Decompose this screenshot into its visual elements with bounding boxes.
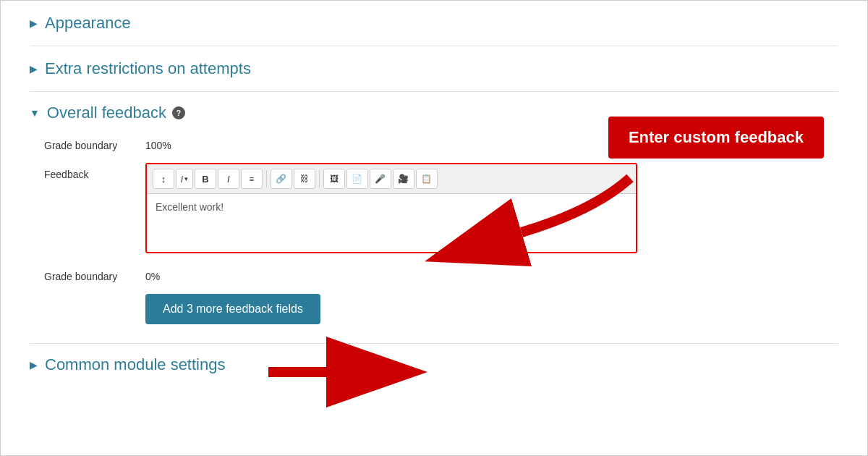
feedback-editor: ↕ i ▾ B I [145, 163, 637, 253]
clipboard-icon: 📋 [421, 174, 432, 184]
common-module-section[interactable]: ▶ Common module settings [30, 344, 838, 386]
italic-text-icon: I [227, 174, 230, 185]
toolbar-audio-btn[interactable]: 🎤 [370, 169, 391, 189]
list-icon: ≡ [250, 174, 254, 183]
toolbar-unlink-btn[interactable]: ⛓ [294, 169, 315, 189]
toolbar-inline-dropdown[interactable]: i ▾ [176, 169, 193, 189]
feedback-label: Feedback [44, 163, 145, 180]
image-icon: 🖼 [330, 174, 339, 184]
toolbar-link-btn[interactable]: 🔗 [271, 169, 292, 189]
grade-boundary-2-row: Grade boundary 0% [30, 265, 838, 282]
grade-boundary-1-value: 100% [145, 134, 171, 151]
toolbar-video-btn[interactable]: 🎥 [393, 169, 414, 189]
video-icon: 🎥 [398, 174, 409, 184]
common-module-title: Common module settings [45, 355, 225, 374]
file-icon: 📄 [352, 174, 362, 184]
feedback-editor-body[interactable]: Excellent work! [147, 194, 636, 252]
content-area: ▶ Appearance ▶ Extra restrictions on att… [1, 1, 867, 386]
toolbar-format-btn[interactable]: ↕ [153, 169, 174, 189]
appearance-section[interactable]: ▶ Appearance [30, 1, 838, 46]
overall-feedback-title: Overall feedback [47, 104, 166, 122]
toolbar-image-btn[interactable]: 🖼 [323, 169, 345, 189]
extra-restrictions-section[interactable]: ▶ Extra restrictions on attempts [30, 46, 838, 92]
callout-container: Enter custom feedback [608, 117, 824, 159]
toolbar-separator-2 [319, 170, 320, 187]
appearance-title: Appearance [45, 14, 131, 33]
toolbar-file-btn[interactable]: 📄 [346, 169, 368, 189]
overall-feedback-chevron-icon: ▼ [30, 107, 40, 119]
feedback-row: Feedback ↕ i ▾ B [30, 163, 838, 253]
grade-boundary-2-value: 0% [145, 265, 160, 282]
toolbar-separator-1 [266, 170, 267, 187]
toolbar-italic-btn[interactable]: I [218, 169, 239, 189]
toolbar-list-btn[interactable]: ≡ [241, 169, 263, 189]
unlink-icon: ⛓ [300, 174, 309, 184]
appearance-chevron-icon: ▶ [30, 17, 38, 29]
grade-boundary-1-label: Grade boundary [44, 134, 145, 151]
dropdown-chevron-icon: ▾ [184, 175, 188, 182]
callout-box: Enter custom feedback [608, 117, 824, 159]
editor-toolbar: ↕ i ▾ B I [147, 164, 636, 194]
bold-icon: B [202, 174, 208, 185]
italic-icon: i [181, 174, 183, 185]
add-fields-row: Add 3 more feedback fields [30, 294, 838, 324]
grade-boundary-2-label: Grade boundary [44, 265, 145, 282]
overall-feedback-help-icon[interactable]: ? [172, 106, 185, 119]
toolbar-bold-btn[interactable]: B [195, 169, 216, 189]
toolbar-copy-btn[interactable]: 📋 [416, 169, 438, 189]
extra-restrictions-title: Extra restrictions on attempts [45, 59, 251, 78]
link-icon: 🔗 [276, 174, 286, 184]
page-container: ▶ Appearance ▶ Extra restrictions on att… [0, 0, 868, 456]
microphone-icon: 🎤 [375, 174, 386, 184]
add-feedback-fields-button[interactable]: Add 3 more feedback fields [145, 294, 320, 324]
toolbar-format-icon: ↕ [161, 174, 166, 185]
extra-restrictions-chevron-icon: ▶ [30, 63, 38, 75]
common-module-chevron-icon: ▶ [30, 359, 38, 371]
